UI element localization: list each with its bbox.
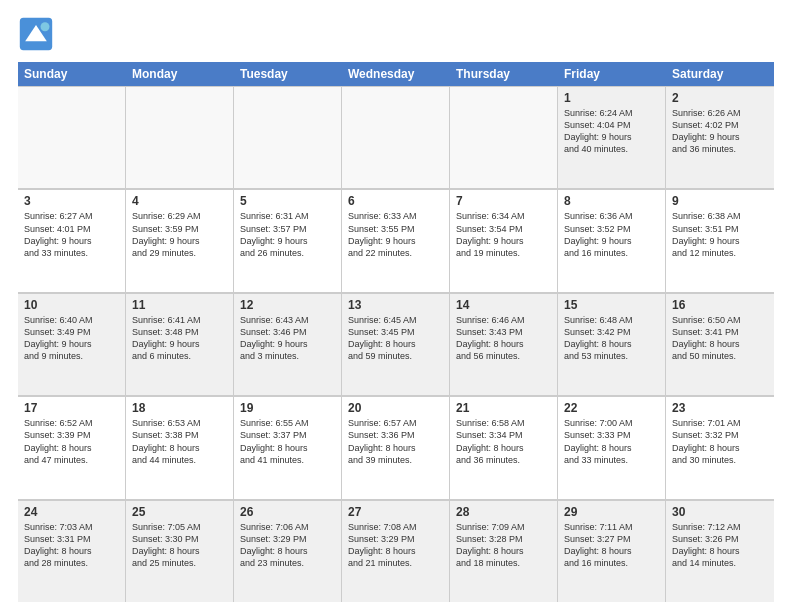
calendar-cell: 20Sunrise: 6:57 AMSunset: 3:36 PMDayligh… xyxy=(342,397,450,498)
calendar-cell: 26Sunrise: 7:06 AMSunset: 3:29 PMDayligh… xyxy=(234,501,342,602)
day-number: 4 xyxy=(132,194,227,208)
calendar-cell: 22Sunrise: 7:00 AMSunset: 3:33 PMDayligh… xyxy=(558,397,666,498)
calendar-cell: 8Sunrise: 6:36 AMSunset: 3:52 PMDaylight… xyxy=(558,190,666,291)
cell-info: Sunrise: 6:24 AMSunset: 4:04 PMDaylight:… xyxy=(564,107,659,156)
calendar-cell: 9Sunrise: 6:38 AMSunset: 3:51 PMDaylight… xyxy=(666,190,774,291)
calendar-body: 1Sunrise: 6:24 AMSunset: 4:04 PMDaylight… xyxy=(18,86,774,602)
calendar-cell: 2Sunrise: 6:26 AMSunset: 4:02 PMDaylight… xyxy=(666,87,774,188)
day-number: 8 xyxy=(564,194,659,208)
calendar-row-1: 3Sunrise: 6:27 AMSunset: 4:01 PMDaylight… xyxy=(18,189,774,292)
calendar-row-4: 24Sunrise: 7:03 AMSunset: 3:31 PMDayligh… xyxy=(18,500,774,602)
cell-info: Sunrise: 6:33 AMSunset: 3:55 PMDaylight:… xyxy=(348,210,443,259)
day-number: 16 xyxy=(672,298,768,312)
calendar-cell xyxy=(450,87,558,188)
header-cell-wednesday: Wednesday xyxy=(342,62,450,86)
calendar-cell: 25Sunrise: 7:05 AMSunset: 3:30 PMDayligh… xyxy=(126,501,234,602)
svg-point-2 xyxy=(41,22,50,31)
day-number: 22 xyxy=(564,401,659,415)
cell-info: Sunrise: 6:55 AMSunset: 3:37 PMDaylight:… xyxy=(240,417,335,466)
calendar-cell: 13Sunrise: 6:45 AMSunset: 3:45 PMDayligh… xyxy=(342,294,450,395)
cell-info: Sunrise: 6:57 AMSunset: 3:36 PMDaylight:… xyxy=(348,417,443,466)
day-number: 27 xyxy=(348,505,443,519)
cell-info: Sunrise: 7:12 AMSunset: 3:26 PMDaylight:… xyxy=(672,521,768,570)
cell-info: Sunrise: 7:09 AMSunset: 3:28 PMDaylight:… xyxy=(456,521,551,570)
calendar-cell: 10Sunrise: 6:40 AMSunset: 3:49 PMDayligh… xyxy=(18,294,126,395)
calendar-header: SundayMondayTuesdayWednesdayThursdayFrid… xyxy=(18,62,774,86)
calendar-cell: 12Sunrise: 6:43 AMSunset: 3:46 PMDayligh… xyxy=(234,294,342,395)
day-number: 30 xyxy=(672,505,768,519)
cell-info: Sunrise: 6:46 AMSunset: 3:43 PMDaylight:… xyxy=(456,314,551,363)
calendar-cell xyxy=(126,87,234,188)
calendar-cell: 19Sunrise: 6:55 AMSunset: 3:37 PMDayligh… xyxy=(234,397,342,498)
cell-info: Sunrise: 7:05 AMSunset: 3:30 PMDaylight:… xyxy=(132,521,227,570)
calendar-cell: 27Sunrise: 7:08 AMSunset: 3:29 PMDayligh… xyxy=(342,501,450,602)
calendar-cell xyxy=(18,87,126,188)
calendar-cell: 28Sunrise: 7:09 AMSunset: 3:28 PMDayligh… xyxy=(450,501,558,602)
cell-info: Sunrise: 6:50 AMSunset: 3:41 PMDaylight:… xyxy=(672,314,768,363)
calendar-cell: 15Sunrise: 6:48 AMSunset: 3:42 PMDayligh… xyxy=(558,294,666,395)
calendar-cell: 21Sunrise: 6:58 AMSunset: 3:34 PMDayligh… xyxy=(450,397,558,498)
day-number: 14 xyxy=(456,298,551,312)
day-number: 18 xyxy=(132,401,227,415)
day-number: 15 xyxy=(564,298,659,312)
cell-info: Sunrise: 6:27 AMSunset: 4:01 PMDaylight:… xyxy=(24,210,119,259)
day-number: 13 xyxy=(348,298,443,312)
cell-info: Sunrise: 6:40 AMSunset: 3:49 PMDaylight:… xyxy=(24,314,119,363)
cell-info: Sunrise: 6:58 AMSunset: 3:34 PMDaylight:… xyxy=(456,417,551,466)
logo-icon xyxy=(18,16,54,52)
cell-info: Sunrise: 6:41 AMSunset: 3:48 PMDaylight:… xyxy=(132,314,227,363)
header-cell-monday: Monday xyxy=(126,62,234,86)
page: SundayMondayTuesdayWednesdayThursdayFrid… xyxy=(0,0,792,612)
calendar-cell: 24Sunrise: 7:03 AMSunset: 3:31 PMDayligh… xyxy=(18,501,126,602)
calendar-cell: 6Sunrise: 6:33 AMSunset: 3:55 PMDaylight… xyxy=(342,190,450,291)
day-number: 12 xyxy=(240,298,335,312)
calendar-cell: 1Sunrise: 6:24 AMSunset: 4:04 PMDaylight… xyxy=(558,87,666,188)
day-number: 29 xyxy=(564,505,659,519)
header-cell-friday: Friday xyxy=(558,62,666,86)
logo xyxy=(18,16,58,52)
day-number: 19 xyxy=(240,401,335,415)
day-number: 6 xyxy=(348,194,443,208)
cell-info: Sunrise: 6:31 AMSunset: 3:57 PMDaylight:… xyxy=(240,210,335,259)
cell-info: Sunrise: 7:08 AMSunset: 3:29 PMDaylight:… xyxy=(348,521,443,570)
cell-info: Sunrise: 7:00 AMSunset: 3:33 PMDaylight:… xyxy=(564,417,659,466)
calendar-cell: 5Sunrise: 6:31 AMSunset: 3:57 PMDaylight… xyxy=(234,190,342,291)
day-number: 21 xyxy=(456,401,551,415)
cell-info: Sunrise: 6:38 AMSunset: 3:51 PMDaylight:… xyxy=(672,210,768,259)
header-cell-tuesday: Tuesday xyxy=(234,62,342,86)
calendar-cell: 11Sunrise: 6:41 AMSunset: 3:48 PMDayligh… xyxy=(126,294,234,395)
day-number: 11 xyxy=(132,298,227,312)
day-number: 1 xyxy=(564,91,659,105)
day-number: 17 xyxy=(24,401,119,415)
day-number: 2 xyxy=(672,91,768,105)
cell-info: Sunrise: 6:36 AMSunset: 3:52 PMDaylight:… xyxy=(564,210,659,259)
day-number: 24 xyxy=(24,505,119,519)
cell-info: Sunrise: 6:29 AMSunset: 3:59 PMDaylight:… xyxy=(132,210,227,259)
cell-info: Sunrise: 6:45 AMSunset: 3:45 PMDaylight:… xyxy=(348,314,443,363)
header-cell-saturday: Saturday xyxy=(666,62,774,86)
day-number: 10 xyxy=(24,298,119,312)
calendar-row-2: 10Sunrise: 6:40 AMSunset: 3:49 PMDayligh… xyxy=(18,293,774,396)
calendar-cell: 23Sunrise: 7:01 AMSunset: 3:32 PMDayligh… xyxy=(666,397,774,498)
calendar-cell: 3Sunrise: 6:27 AMSunset: 4:01 PMDaylight… xyxy=(18,190,126,291)
day-number: 7 xyxy=(456,194,551,208)
day-number: 28 xyxy=(456,505,551,519)
cell-info: Sunrise: 6:48 AMSunset: 3:42 PMDaylight:… xyxy=(564,314,659,363)
day-number: 5 xyxy=(240,194,335,208)
calendar: SundayMondayTuesdayWednesdayThursdayFrid… xyxy=(18,62,774,602)
cell-info: Sunrise: 6:43 AMSunset: 3:46 PMDaylight:… xyxy=(240,314,335,363)
cell-info: Sunrise: 7:06 AMSunset: 3:29 PMDaylight:… xyxy=(240,521,335,570)
header xyxy=(18,16,774,52)
calendar-row-3: 17Sunrise: 6:52 AMSunset: 3:39 PMDayligh… xyxy=(18,396,774,499)
header-cell-thursday: Thursday xyxy=(450,62,558,86)
calendar-row-0: 1Sunrise: 6:24 AMSunset: 4:04 PMDaylight… xyxy=(18,86,774,189)
cell-info: Sunrise: 6:53 AMSunset: 3:38 PMDaylight:… xyxy=(132,417,227,466)
calendar-cell: 30Sunrise: 7:12 AMSunset: 3:26 PMDayligh… xyxy=(666,501,774,602)
cell-info: Sunrise: 6:26 AMSunset: 4:02 PMDaylight:… xyxy=(672,107,768,156)
header-cell-sunday: Sunday xyxy=(18,62,126,86)
calendar-cell: 4Sunrise: 6:29 AMSunset: 3:59 PMDaylight… xyxy=(126,190,234,291)
cell-info: Sunrise: 6:52 AMSunset: 3:39 PMDaylight:… xyxy=(24,417,119,466)
day-number: 25 xyxy=(132,505,227,519)
calendar-cell xyxy=(342,87,450,188)
day-number: 20 xyxy=(348,401,443,415)
